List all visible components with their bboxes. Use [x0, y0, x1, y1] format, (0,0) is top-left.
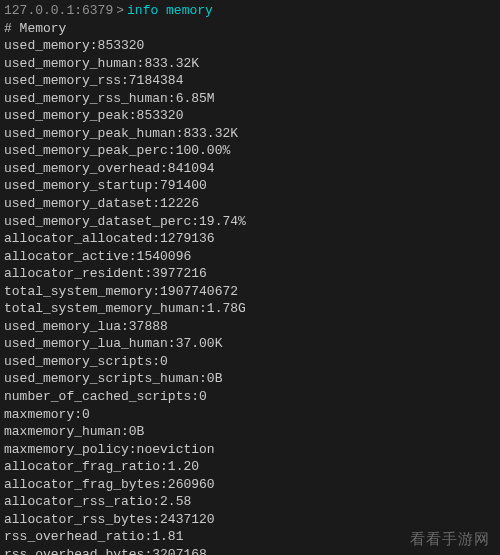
output-line: used_memory_peak:853320 — [4, 107, 496, 125]
output-line: used_memory_startup:791400 — [4, 177, 496, 195]
output-line: used_memory_dataset_perc:19.74% — [4, 213, 496, 231]
output-line: used_memory_scripts_human:0B — [4, 370, 496, 388]
output-line: used_memory_human:833.32K — [4, 55, 496, 73]
output-line: used_memory:853320 — [4, 37, 496, 55]
output-line: maxmemory_human:0B — [4, 423, 496, 441]
output-line: maxmemory_policy:noeviction — [4, 441, 496, 459]
output-line: allocator_rss_ratio:2.58 — [4, 493, 496, 511]
output-line: allocator_active:1540096 — [4, 248, 496, 266]
output-line: used_memory_lua_human:37.00K — [4, 335, 496, 353]
output-line: used_memory_rss:7184384 — [4, 72, 496, 90]
output-line: used_memory_lua:37888 — [4, 318, 496, 336]
watermark: 看看手游网 — [410, 529, 490, 549]
prompt-line: 127.0.0.1:6379 > info memory — [4, 2, 496, 20]
section-header: # Memory — [4, 20, 496, 38]
output-line: allocator_rss_bytes:2437120 — [4, 511, 496, 529]
terminal[interactable]: 127.0.0.1:6379 > info memory # Memory us… — [0, 0, 500, 555]
prompt-command: info memory — [127, 2, 213, 20]
output-line: used_memory_scripts:0 — [4, 353, 496, 371]
output-line: used_memory_rss_human:6.85M — [4, 90, 496, 108]
output-line: used_memory_overhead:841094 — [4, 160, 496, 178]
output-line: allocator_frag_bytes:260960 — [4, 476, 496, 494]
output-line: used_memory_dataset:12226 — [4, 195, 496, 213]
output-line: number_of_cached_scripts:0 — [4, 388, 496, 406]
output-line: maxmemory:0 — [4, 406, 496, 424]
output-line: allocator_frag_ratio:1.20 — [4, 458, 496, 476]
output-line: used_memory_peak_human:833.32K — [4, 125, 496, 143]
output-lines: used_memory:853320used_memory_human:833.… — [4, 37, 496, 555]
output-line: total_system_memory_human:1.78G — [4, 300, 496, 318]
output-line: total_system_memory:1907740672 — [4, 283, 496, 301]
output-line: allocator_allocated:1279136 — [4, 230, 496, 248]
prompt-host: 127.0.0.1:6379 — [4, 2, 113, 20]
prompt-arrow: > — [116, 2, 124, 20]
output-line: allocator_resident:3977216 — [4, 265, 496, 283]
output-line: used_memory_peak_perc:100.00% — [4, 142, 496, 160]
